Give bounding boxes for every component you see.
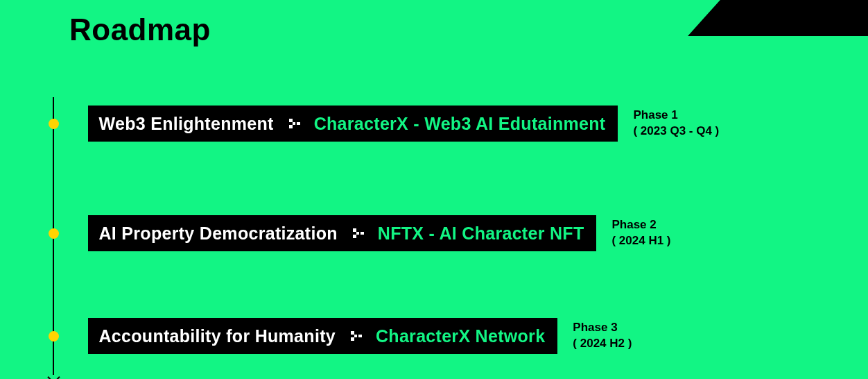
phase-product: NFTX - AI Character NFT: [378, 224, 584, 244]
phase-label: Phase 2: [611, 217, 670, 233]
phase-meta: Phase 3 ( 2024 H2 ): [573, 320, 632, 352]
roadmap-phase-row: AI Property Democratization NFTX - AI Ch…: [49, 215, 840, 251]
svg-rect-6: [353, 235, 356, 237]
timeline-dot-icon: [49, 119, 59, 129]
svg-rect-10: [351, 337, 354, 340]
phase-bar: AI Property Democratization NFTX - AI Ch…: [88, 215, 597, 251]
roadmap-timeline: Web3 Enlightenment CharacterX - Web3 AI …: [49, 97, 840, 379]
svg-rect-11: [358, 335, 361, 337]
phase-product: CharacterX Network: [376, 326, 545, 346]
svg-rect-5: [356, 232, 359, 235]
phase-heading: Accountability for Humanity: [99, 326, 336, 346]
corner-decoration: [688, 0, 868, 36]
phase-meta: Phase 1 ( 2023 Q3 - Q4 ): [633, 108, 719, 140]
phase-product: CharacterX - Web3 AI Edutainment: [314, 114, 606, 134]
phase-heading: AI Property Democratization: [99, 224, 338, 244]
chevron-pixel-icon: [350, 226, 365, 241]
svg-rect-0: [289, 119, 292, 121]
svg-rect-9: [354, 335, 357, 337]
svg-rect-1: [292, 122, 295, 125]
phase-meta: Phase 2 ( 2024 H1 ): [611, 217, 670, 249]
chevron-pixel-icon: [286, 116, 302, 131]
svg-rect-4: [353, 228, 356, 231]
page-title: Roadmap: [69, 12, 211, 47]
timeline-dot-icon: [49, 228, 59, 239]
timeline-arrow-icon: [47, 371, 60, 379]
chevron-pixel-icon: [348, 328, 363, 344]
roadmap-phase-row: Web3 Enlightenment CharacterX - Web3 AI …: [49, 106, 840, 142]
phase-timeframe: ( 2024 H2 ): [573, 336, 632, 352]
phase-heading: Web3 Enlightenment: [99, 114, 274, 134]
svg-rect-2: [289, 125, 292, 128]
phase-label: Phase 1: [633, 108, 719, 124]
phase-timeframe: ( 2024 H1 ): [611, 233, 670, 249]
svg-rect-7: [361, 232, 363, 235]
roadmap-phase-row: Accountability for Humanity CharacterX N…: [49, 318, 840, 354]
phase-bar: Web3 Enlightenment CharacterX - Web3 AI …: [88, 106, 618, 142]
phase-bar: Accountability for Humanity CharacterX N…: [88, 318, 558, 354]
phase-timeframe: ( 2023 Q3 - Q4 ): [633, 124, 719, 140]
svg-rect-8: [351, 331, 354, 334]
phase-label: Phase 3: [573, 320, 632, 336]
timeline-dot-icon: [49, 331, 59, 342]
svg-rect-3: [297, 122, 300, 125]
